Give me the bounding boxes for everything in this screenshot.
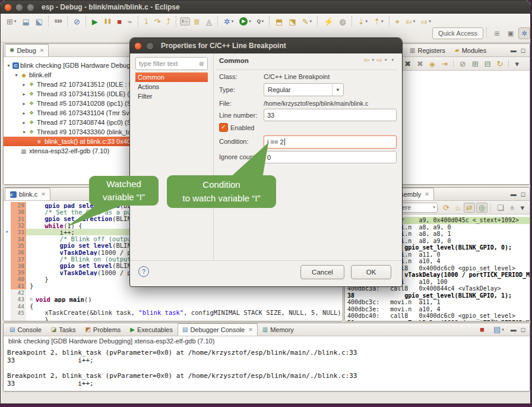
combo-arrow-icon[interactable]: ▾ — [433, 205, 435, 210]
open-file-icon[interactable]: ⬒ — [273, 16, 285, 27]
console-output[interactable]: Breakpoint 2, blink_task (pvParameter=0x… — [4, 349, 530, 387]
tab-close-icon[interactable]: ✕ — [425, 191, 429, 197]
window-minimize-icon[interactable] — [15, 4, 23, 11]
tab-blink-c[interactable]: c blink.c ✕ — [5, 188, 50, 200]
dropdown-arrow-icon[interactable]: ▾ — [249, 19, 251, 24]
ok-button[interactable]: OK — [351, 265, 391, 279]
disassembly-line[interactable]: 400dbc3e: movi.n a10, 4 — [345, 306, 530, 313]
tab-debug[interactable]: ✱ Debug ✕ — [5, 44, 49, 56]
minimize-panel-icon[interactable]: ▬ — [511, 326, 517, 333]
help-icon[interactable]: ? — [138, 266, 149, 277]
disconnect-icon[interactable]: ⌁ — [125, 16, 135, 27]
terminate-icon[interactable]: ■ — [115, 16, 124, 27]
tab-debugger-console[interactable]: ▤Debugger Console✕ — [178, 323, 258, 336]
open-new-view-icon[interactable]: ❏ — [495, 203, 506, 213]
twistie-icon[interactable]: ▸ — [21, 111, 27, 116]
ignore-count-input[interactable]: 0 — [264, 151, 397, 163]
dropdown-arrow-icon[interactable]: ▾ — [232, 19, 234, 24]
instruction-stepping-icon[interactable]: i→ — [180, 17, 190, 26]
debug-tree-item[interactable]: ▾❖Thread #9 1073433360 (blink_task : — [4, 127, 129, 137]
filter-input[interactable]: type filter text ⊗ — [135, 57, 208, 70]
twistie-icon[interactable]: ▾ — [13, 72, 20, 78]
disassembly-line[interactable]: 400dbc40: call8 0x400dc6c0 <gpio_set_lev… — [345, 313, 530, 320]
save-icon[interactable]: ⬓ — [20, 16, 31, 27]
debug-tree-item[interactable]: ▸❖Thread #5 1073410208 (ipc1) (Susp — [4, 99, 129, 108]
resume-icon[interactable]: ▶ — [90, 16, 100, 27]
dialog-close-icon[interactable] — [134, 42, 142, 50]
tab-executables[interactable]: ▶Executables — [125, 323, 178, 336]
tab-close-icon[interactable]: ✕ — [41, 191, 46, 197]
step-filters-icon[interactable]: ◬ — [204, 16, 214, 27]
go-to-file-for-breakpoint-icon[interactable]: ⇥ — [439, 59, 450, 69]
code-line[interactable]: 42 — [4, 289, 343, 296]
view-menu-icon[interactable]: ▾ — [518, 203, 527, 213]
pin-view-icon[interactable]: ⌽ — [508, 203, 517, 213]
window-close-icon[interactable] — [4, 4, 12, 11]
back-arrow-icon[interactable]: ⇦ — [363, 56, 369, 64]
forward-arrow-icon[interactable]: ⇨ — [376, 56, 382, 64]
window-maximize-icon[interactable] — [27, 4, 34, 11]
minimize-panel-icon[interactable]: ▬ — [511, 191, 517, 197]
dialog-nav-item-actions[interactable]: Actions — [135, 82, 208, 92]
code-line[interactable]: 45 xTaskCreate(&blink_task, "blink_task"… — [4, 310, 343, 316]
view-menu-icon[interactable]: ▾ — [391, 58, 394, 62]
maximize-panel-icon[interactable]: ◻ — [521, 191, 525, 197]
debug-tree-item[interactable]: ▸❖Thread #7 1073408744 (ipc0) (Susp — [4, 118, 129, 127]
twistie-icon[interactable]: ▸ — [21, 82, 27, 87]
tab-registers[interactable]: ▥Registers — [405, 44, 450, 56]
dropdown-arrow-icon[interactable]: ▼ — [332, 84, 343, 96]
dialog-titlebar[interactable]: Properties for C/C++ Line Breakpoint — [130, 38, 402, 53]
dropdown-arrow-icon[interactable]: ▾ — [502, 327, 504, 332]
enabled-checkbox[interactable]: ✓ — [219, 123, 228, 132]
new-wizard-icon[interactable]: ⊞▾ — [4, 16, 18, 27]
remove-selected-breakpoints-icon[interactable]: ✖ — [402, 59, 413, 69]
tab-problems[interactable]: ◩Problems — [80, 323, 125, 336]
dropdown-arrow-icon[interactable]: ▾ — [429, 19, 431, 24]
window-titlebar[interactable]: esp - Debug - blink/main/blink.c - Eclip… — [1, 1, 530, 14]
terminate-console-icon[interactable]: ■ — [477, 324, 487, 335]
annotate-icon[interactable]: ✎▾ — [300, 16, 314, 27]
step-over-icon[interactable]: ↷ — [151, 16, 163, 27]
debug-tree-item[interactable]: ▾Cblink checking [GDB Hardware Debug — [4, 61, 129, 70]
external-tools-icon[interactable]: ⚡ — [321, 16, 335, 27]
tab-modules[interactable]: ▰Modules — [450, 44, 491, 56]
expand-all-icon[interactable]: ⊞ — [470, 59, 481, 69]
disassembly-line[interactable]: 39 vTaskDelay(1000 / portTICK_PERIOD_MS)… — [345, 320, 530, 322]
back-dropdown-icon[interactable]: ▾ — [372, 58, 374, 62]
run-launch-icon[interactable]: ▶▾ — [237, 15, 254, 27]
cancel-button[interactable]: Cancel — [300, 265, 344, 279]
condition-input[interactable]: i == 2 — [264, 135, 397, 149]
code-line[interactable]: 43⊖ void app_main() — [4, 296, 343, 302]
coverage-launch-icon[interactable]: Q▾ — [255, 17, 266, 26]
tab-close-icon[interactable]: ✕ — [40, 48, 45, 53]
open-perspective-icon[interactable]: ⊞ — [491, 27, 503, 39]
collapse-all-icon[interactable]: ⊟ — [482, 59, 493, 69]
forward-icon[interactable]: ⇨▾ — [419, 16, 433, 27]
dropdown-arrow-icon[interactable]: ▾ — [310, 19, 312, 24]
display-selected-console-icon[interactable]: ▤▾ — [491, 324, 506, 335]
twistie-icon[interactable]: ▾ — [5, 63, 12, 68]
open-project-icon[interactable]: ⬔ — [286, 16, 298, 27]
show-source-icon[interactable]: ◎ — [476, 203, 487, 213]
debug-perspective-icon[interactable]: ✲ — [518, 27, 530, 39]
remove-all-breakpoints-icon[interactable]: ✖ — [414, 59, 426, 69]
dialog-nav-item-filter[interactable]: Filter — [135, 92, 208, 101]
link-with-debug-view-icon[interactable]: ↻ — [495, 59, 506, 69]
view-menu-icon[interactable]: ▾ — [512, 59, 521, 69]
previous-annotation-icon[interactable]: ⇡▾ — [371, 16, 385, 27]
dialog-minimize-icon[interactable] — [146, 42, 154, 50]
dropdown-arrow-icon[interactable]: ▾ — [366, 19, 368, 24]
cpp-perspective-icon[interactable]: ▣ — [505, 27, 517, 39]
skip-all-breakpoints-icon[interactable]: ⊘ — [457, 59, 468, 69]
mark-occurrences-icon[interactable]: ◍ — [337, 16, 348, 27]
code-line[interactable]: } — [4, 316, 343, 321]
next-annotation-icon[interactable]: ⇣▾ — [356, 16, 370, 27]
twistie-icon[interactable]: ▾ — [21, 130, 27, 135]
forward-dropdown-icon[interactable]: ▾ — [385, 58, 387, 62]
dropdown-arrow-icon[interactable]: ▾ — [14, 19, 17, 24]
clear-filter-icon[interactable]: ⊗ — [199, 60, 204, 68]
twistie-icon[interactable]: ▸ — [21, 101, 27, 106]
show-breakpoints-for-selection-icon[interactable]: ◈ — [427, 59, 438, 69]
step-return-icon[interactable]: ⤴ — [164, 16, 173, 27]
debug-launch-icon[interactable]: ✲▾ — [221, 16, 236, 27]
